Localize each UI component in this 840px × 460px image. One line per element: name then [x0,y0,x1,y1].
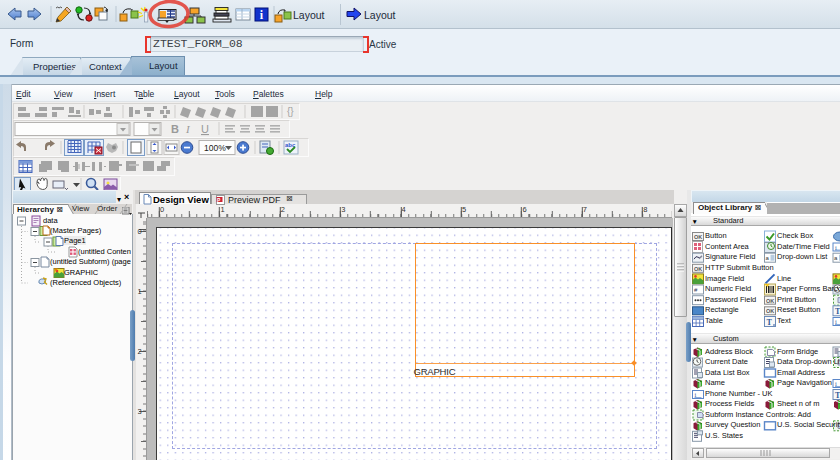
svg-text:100%: 100% [204,143,226,153]
svg-text:B: B [171,123,179,135]
svg-text:U: U [201,123,209,135]
svg-text:{}: {} [287,106,294,117]
svg-text:I: I [185,123,191,135]
